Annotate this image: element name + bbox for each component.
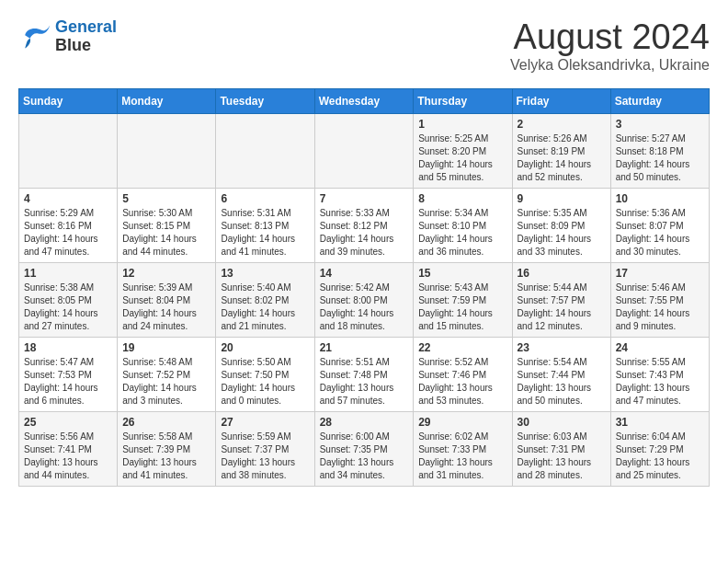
calendar-cell: 5Sunrise: 5:30 AM Sunset: 8:15 PM Daylig… [118,188,216,262]
day-info: Sunrise: 5:42 AM Sunset: 8:00 PM Dayligh… [320,282,409,333]
day-info: Sunrise: 5:26 AM Sunset: 8:19 PM Dayligh… [518,132,606,184]
day-info: Sunrise: 5:47 AM Sunset: 7:53 PM Dayligh… [24,356,112,408]
day-number: 24 [616,341,704,354]
day-info: Sunrise: 5:56 AM Sunset: 7:41 PM Dayligh… [24,431,112,482]
day-number: 5 [122,192,210,205]
calendar-body: 1Sunrise: 5:25 AM Sunset: 8:20 PM Daylig… [19,113,710,486]
day-number: 18 [24,341,112,354]
page-header: General Blue August 2024 Velyka Oleksand… [18,18,710,74]
title-block: August 2024 Velyka Oleksandrivka, Ukrain… [510,18,710,74]
week-row-1: 4Sunrise: 5:29 AM Sunset: 8:16 PM Daylig… [19,188,710,262]
day-info: Sunrise: 5:29 AM Sunset: 8:16 PM Dayligh… [24,207,112,259]
calendar-cell [118,113,216,188]
day-number: 29 [418,416,506,429]
day-info: Sunrise: 5:48 AM Sunset: 7:52 PM Dayligh… [122,356,210,408]
day-info: Sunrise: 6:03 AM Sunset: 7:31 PM Dayligh… [518,431,606,482]
day-number: 25 [24,416,112,429]
main-title: August 2024 [510,18,710,57]
calendar-cell: 11Sunrise: 5:38 AM Sunset: 8:05 PM Dayli… [19,262,118,337]
day-info: Sunrise: 5:54 AM Sunset: 7:44 PM Dayligh… [518,356,606,408]
day-info: Sunrise: 5:30 AM Sunset: 8:15 PM Dayligh… [122,207,210,259]
header-sunday: Sunday [19,88,118,113]
calendar-cell: 7Sunrise: 5:33 AM Sunset: 8:12 PM Daylig… [314,188,414,262]
calendar-cell: 12Sunrise: 5:39 AM Sunset: 8:04 PM Dayli… [118,262,216,337]
day-number: 30 [518,416,606,429]
logo-line2: Blue [55,37,117,55]
header-friday: Friday [512,88,610,113]
day-number: 6 [221,192,309,205]
day-info: Sunrise: 5:43 AM Sunset: 7:59 PM Dayligh… [418,282,506,333]
day-number: 9 [518,192,606,205]
day-number: 14 [320,267,409,280]
week-row-2: 11Sunrise: 5:38 AM Sunset: 8:05 PM Dayli… [19,262,710,337]
calendar-cell: 4Sunrise: 5:29 AM Sunset: 8:16 PM Daylig… [19,188,118,262]
calendar-cell: 6Sunrise: 5:31 AM Sunset: 8:13 PM Daylig… [216,188,314,262]
calendar-cell: 27Sunrise: 5:59 AM Sunset: 7:37 PM Dayli… [216,411,314,486]
calendar-cell: 30Sunrise: 6:03 AM Sunset: 7:31 PM Dayli… [512,411,610,486]
week-row-3: 18Sunrise: 5:47 AM Sunset: 7:53 PM Dayli… [19,337,710,411]
day-info: Sunrise: 5:35 AM Sunset: 8:09 PM Dayligh… [518,207,606,259]
calendar-cell [216,113,314,188]
day-info: Sunrise: 5:55 AM Sunset: 7:43 PM Dayligh… [616,356,704,408]
day-info: Sunrise: 5:44 AM Sunset: 7:57 PM Dayligh… [518,282,606,333]
day-number: 16 [518,267,606,280]
logo-line1: General [55,17,117,36]
calendar-cell: 23Sunrise: 5:54 AM Sunset: 7:44 PM Dayli… [512,337,610,411]
day-number: 1 [418,118,506,131]
header-row: SundayMondayTuesdayWednesdayThursdayFrid… [19,88,710,113]
calendar-cell: 19Sunrise: 5:48 AM Sunset: 7:52 PM Dayli… [118,337,216,411]
day-number: 7 [320,192,409,205]
day-number: 15 [418,267,506,280]
header-thursday: Thursday [414,88,512,113]
day-number: 19 [122,341,210,354]
day-number: 21 [320,341,409,354]
day-info: Sunrise: 5:25 AM Sunset: 8:20 PM Dayligh… [418,132,506,184]
day-info: Sunrise: 5:52 AM Sunset: 7:46 PM Dayligh… [418,356,506,408]
day-number: 12 [122,267,210,280]
week-row-0: 1Sunrise: 5:25 AM Sunset: 8:20 PM Daylig… [19,113,710,188]
calendar-cell: 13Sunrise: 5:40 AM Sunset: 8:02 PM Dayli… [216,262,314,337]
logo-icon [18,20,51,53]
day-info: Sunrise: 5:36 AM Sunset: 8:07 PM Dayligh… [616,207,704,259]
day-number: 13 [221,267,309,280]
day-info: Sunrise: 5:51 AM Sunset: 7:48 PM Dayligh… [320,356,409,408]
day-number: 31 [616,416,704,429]
calendar-cell: 1Sunrise: 5:25 AM Sunset: 8:20 PM Daylig… [414,113,512,188]
calendar-cell: 16Sunrise: 5:44 AM Sunset: 7:57 PM Dayli… [512,262,610,337]
day-info: Sunrise: 5:59 AM Sunset: 7:37 PM Dayligh… [221,431,309,482]
calendar-cell: 17Sunrise: 5:46 AM Sunset: 7:55 PM Dayli… [610,262,709,337]
calendar-cell: 25Sunrise: 5:56 AM Sunset: 7:41 PM Dayli… [19,411,118,486]
day-info: Sunrise: 6:02 AM Sunset: 7:33 PM Dayligh… [418,431,506,482]
calendar-cell: 31Sunrise: 6:04 AM Sunset: 7:29 PM Dayli… [610,411,709,486]
calendar-cell: 10Sunrise: 5:36 AM Sunset: 8:07 PM Dayli… [610,188,709,262]
day-info: Sunrise: 5:46 AM Sunset: 7:55 PM Dayligh… [616,282,704,333]
subtitle: Velyka Oleksandrivka, Ukraine [510,57,710,74]
calendar-cell: 14Sunrise: 5:42 AM Sunset: 8:00 PM Dayli… [314,262,414,337]
day-info: Sunrise: 5:38 AM Sunset: 8:05 PM Dayligh… [24,282,112,333]
calendar-header: SundayMondayTuesdayWednesdayThursdayFrid… [19,88,710,113]
calendar-table: SundayMondayTuesdayWednesdayThursdayFrid… [18,88,710,487]
day-number: 23 [518,341,606,354]
day-number: 8 [418,192,506,205]
calendar-cell: 3Sunrise: 5:27 AM Sunset: 8:18 PM Daylig… [610,113,709,188]
day-number: 27 [221,416,309,429]
header-monday: Monday [118,88,216,113]
header-tuesday: Tuesday [216,88,314,113]
day-info: Sunrise: 6:00 AM Sunset: 7:35 PM Dayligh… [320,431,409,482]
day-info: Sunrise: 6:04 AM Sunset: 7:29 PM Dayligh… [616,431,704,482]
calendar-cell: 15Sunrise: 5:43 AM Sunset: 7:59 PM Dayli… [414,262,512,337]
day-info: Sunrise: 5:39 AM Sunset: 8:04 PM Dayligh… [122,282,210,333]
day-info: Sunrise: 5:27 AM Sunset: 8:18 PM Dayligh… [616,132,704,184]
day-info: Sunrise: 5:40 AM Sunset: 8:02 PM Dayligh… [221,282,309,333]
day-number: 2 [518,118,606,131]
calendar-cell: 29Sunrise: 6:02 AM Sunset: 7:33 PM Dayli… [414,411,512,486]
day-info: Sunrise: 5:31 AM Sunset: 8:13 PM Dayligh… [221,207,309,259]
calendar-cell: 8Sunrise: 5:34 AM Sunset: 8:10 PM Daylig… [414,188,512,262]
calendar-cell: 20Sunrise: 5:50 AM Sunset: 7:50 PM Dayli… [216,337,314,411]
day-number: 22 [418,341,506,354]
calendar-cell: 2Sunrise: 5:26 AM Sunset: 8:19 PM Daylig… [512,113,610,188]
day-number: 11 [24,267,112,280]
calendar-cell [19,113,118,188]
calendar-cell: 9Sunrise: 5:35 AM Sunset: 8:09 PM Daylig… [512,188,610,262]
calendar-cell [314,113,414,188]
